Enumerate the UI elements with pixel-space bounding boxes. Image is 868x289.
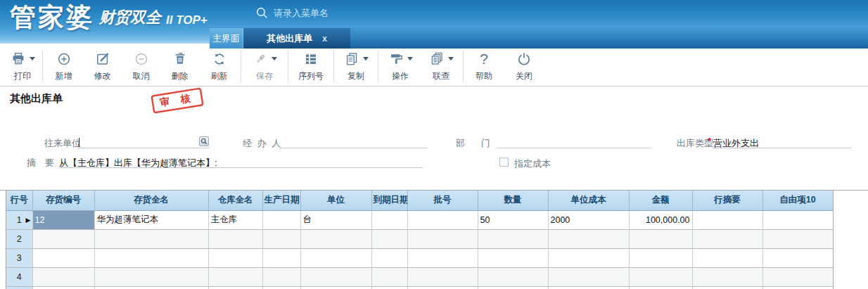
assign-cost-checkbox[interactable]: [499, 158, 509, 167]
cell-unit-cost[interactable]: [548, 267, 629, 286]
cell-quantity[interactable]: [478, 286, 548, 289]
save-button[interactable]: 保存: [243, 50, 286, 82]
col-header-row-summary[interactable]: 行摘要: [692, 191, 762, 210]
cell-batch-no[interactable]: [407, 229, 478, 248]
cell-row-summary[interactable]: [692, 210, 762, 229]
tab-close-icon[interactable]: x: [322, 34, 327, 44]
cell-unit-cost[interactable]: [548, 286, 629, 289]
tab-main-screen[interactable]: 主界面: [210, 28, 243, 49]
cancel-button[interactable]: 取消: [122, 50, 160, 82]
col-header-quantity[interactable]: 数量: [478, 191, 548, 210]
cell-item-code[interactable]: [32, 267, 94, 286]
col-header-row-no[interactable]: 行号: [6, 191, 32, 210]
cell-warehouse[interactable]: 主仓库: [208, 210, 262, 229]
cell-item-name[interactable]: [94, 286, 208, 289]
cell-free-item-10[interactable]: [762, 210, 833, 229]
cell-free-item-10[interactable]: [762, 248, 833, 267]
cell-item-name[interactable]: [94, 229, 208, 248]
department-input[interactable]: [497, 136, 651, 148]
cell-item-code[interactable]: [32, 248, 94, 267]
col-header-production-date[interactable]: 生产日期: [262, 191, 300, 210]
cell-free-item-10[interactable]: [762, 267, 833, 286]
row-number-cell[interactable]: [6, 286, 32, 289]
cell-unit-cost[interactable]: [548, 229, 629, 248]
cell-expiry-date[interactable]: [371, 286, 407, 289]
cell-warehouse[interactable]: [208, 267, 262, 286]
outbound-type-value[interactable]: 营业外支出: [713, 137, 759, 150]
menu-search-input[interactable]: 请录入菜单名: [255, 6, 328, 20]
cell-production-date[interactable]: [262, 267, 300, 286]
cell-amount[interactable]: [629, 248, 692, 267]
col-header-unit-cost[interactable]: 单位成本: [548, 191, 629, 210]
chevron-down-icon[interactable]: [407, 57, 413, 60]
cell-row-summary[interactable]: [692, 267, 762, 286]
cell-expiry-date[interactable]: [371, 248, 407, 267]
cell-quantity[interactable]: [478, 248, 548, 267]
col-header-item-name[interactable]: 存货全名: [94, 191, 208, 210]
cell-amount[interactable]: [629, 267, 692, 286]
col-header-warehouse[interactable]: 仓库全名: [208, 191, 262, 210]
cell-row-summary[interactable]: [692, 248, 762, 267]
cell-production-date[interactable]: [262, 229, 300, 248]
cell-expiry-date[interactable]: [371, 229, 407, 248]
col-header-free-item-10[interactable]: 自由项10: [762, 191, 833, 210]
serial-number-button[interactable]: 序列号: [290, 50, 332, 82]
tab-other-outbound-order[interactable]: 其他出库单 x: [243, 28, 350, 49]
help-button[interactable]: ? 帮助: [465, 50, 503, 82]
cell-quantity[interactable]: [478, 267, 548, 286]
cell-unit-cost[interactable]: 2000: [548, 210, 629, 229]
cell-batch-no[interactable]: [407, 286, 478, 289]
cell-item-name[interactable]: [94, 248, 208, 267]
cell-batch-no[interactable]: [407, 267, 478, 286]
chevron-down-icon[interactable]: [30, 57, 35, 60]
cell-production-date[interactable]: [262, 248, 300, 267]
cell-batch-no[interactable]: [407, 248, 478, 267]
cell-quantity[interactable]: 50: [478, 210, 548, 229]
chevron-down-icon[interactable]: [363, 57, 369, 60]
cell-production-date[interactable]: [262, 210, 300, 229]
cell-warehouse[interactable]: [208, 229, 262, 248]
cell-warehouse[interactable]: [208, 286, 262, 289]
cell-free-item-10[interactable]: [762, 229, 833, 248]
col-header-item-code[interactable]: 存货编号: [32, 191, 94, 210]
cell-row-summary[interactable]: [692, 286, 762, 289]
cell-unit[interactable]: 台: [300, 210, 371, 229]
cell-warehouse[interactable]: [208, 248, 262, 267]
cell-expiry-date[interactable]: [371, 210, 407, 229]
print-button[interactable]: 打印: [4, 50, 41, 82]
linked-query-button[interactable]: 联查: [421, 50, 461, 82]
col-header-expiry-date[interactable]: 到期日期: [371, 191, 407, 210]
close-button[interactable]: 关闭: [503, 50, 545, 82]
cell-item-code[interactable]: [32, 229, 94, 248]
modify-button[interactable]: 修改: [83, 50, 122, 82]
row-number-cell[interactable]: 2: [6, 229, 32, 248]
chevron-down-icon[interactable]: [272, 57, 277, 60]
cell-item-code[interactable]: [32, 286, 94, 289]
cell-unit[interactable]: [300, 229, 371, 248]
copy-button[interactable]: 复制: [336, 50, 376, 82]
row-number-cell[interactable]: 4: [6, 267, 32, 286]
chevron-down-icon[interactable]: [448, 57, 454, 60]
cell-item-name[interactable]: 华为超薄笔记本: [94, 210, 208, 229]
cell-unit[interactable]: [300, 267, 371, 286]
cell-item-code[interactable]: 12: [32, 210, 94, 229]
col-header-unit[interactable]: 单位: [300, 191, 371, 210]
refresh-button[interactable]: 刷新: [199, 50, 239, 82]
operation-button[interactable]: 操作: [380, 50, 421, 82]
cell-expiry-date[interactable]: [371, 267, 407, 286]
cell-batch-no[interactable]: [407, 210, 478, 229]
delete-button[interactable]: 删除: [160, 50, 199, 82]
row-number-cell[interactable]: 3: [6, 248, 32, 267]
add-button[interactable]: 新增: [44, 50, 83, 82]
cell-item-name[interactable]: [94, 267, 208, 286]
cell-unit[interactable]: [300, 248, 371, 267]
cell-amount[interactable]: [629, 286, 692, 289]
cell-quantity[interactable]: [478, 229, 548, 248]
cell-unit-cost[interactable]: [548, 248, 629, 267]
cell-production-date[interactable]: [262, 286, 300, 289]
handler-input[interactable]: [279, 136, 428, 148]
col-header-batch-no[interactable]: 批号: [407, 191, 478, 210]
partner-lookup-button[interactable]: [199, 136, 209, 146]
partner-input[interactable]: [77, 136, 210, 148]
row-number-cell[interactable]: 1▶: [6, 210, 32, 229]
